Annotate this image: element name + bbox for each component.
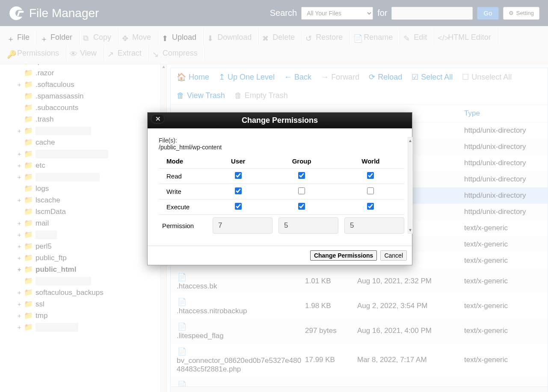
view-button[interactable]: 👁View <box>66 45 104 61</box>
permissions-button[interactable]: 🔑Permissions <box>3 45 66 61</box>
tree-item-label: .spamassassin <box>36 92 83 101</box>
file-button[interactable]: ＋File <box>3 30 37 45</box>
upload-button[interactable]: ⬆Upload <box>158 30 204 45</box>
rename-button[interactable]: 📄Rename <box>350 30 400 45</box>
folder-icon: 📁 <box>24 253 33 262</box>
execute-world-checkbox[interactable] <box>367 203 374 210</box>
tree-item[interactable]: +📁 <box>0 125 166 137</box>
tree-item[interactable]: +📁.pki <box>0 64 166 67</box>
permission-group-input[interactable] <box>278 217 338 234</box>
move-button[interactable]: ✥Move <box>118 30 158 45</box>
file-size: 297 bytes <box>305 327 357 335</box>
search-input[interactable] <box>391 7 473 20</box>
tree-item[interactable]: 📁cache <box>0 137 166 148</box>
up-one-level-button[interactable]: ↥Up One Level <box>219 72 275 82</box>
copy-button[interactable]: ⧉Copy <box>80 30 118 45</box>
tree-item[interactable]: +📁mail <box>0 217 166 229</box>
tree-toggle-icon[interactable]: + <box>17 220 21 227</box>
modal-close-button[interactable]: ✕ <box>151 114 165 124</box>
scroll-up-icon[interactable]: ▲ <box>408 137 412 144</box>
edit-button[interactable]: ✎Edit <box>400 30 434 45</box>
tree-item[interactable]: +📁lscache <box>0 194 166 206</box>
execute-group-checkbox[interactable] <box>298 203 305 210</box>
tree-item[interactable]: 📁.spamassassin <box>0 90 166 102</box>
tree-item[interactable]: +📁.softaculous <box>0 79 166 90</box>
tree-toggle-icon[interactable]: + <box>17 255 21 261</box>
restore-button[interactable]: ↺Restore <box>302 30 350 45</box>
horizontal-scrollbar[interactable] <box>171 386 548 392</box>
search-scope-select[interactable]: All Your Files <box>301 7 373 20</box>
tree-item[interactable]: +📁 <box>0 229 166 241</box>
download-button[interactable]: ⬇Download <box>204 30 259 45</box>
tree-toggle-icon[interactable]: + <box>17 128 21 134</box>
write-world-checkbox[interactable] <box>367 187 374 194</box>
tree-item[interactable]: 📁logs <box>0 183 166 194</box>
select-all-button[interactable]: ☑Select All <box>412 72 453 82</box>
file-row[interactable]: 📄.htaccess.bk1.01 KBAug 10, 2021, 2:32 P… <box>171 269 548 294</box>
tree-item[interactable]: +📁etc <box>0 160 166 171</box>
modal-scrollbar[interactable]: ▲ ▼ <box>408 137 413 234</box>
tree-toggle-icon[interactable]: + <box>17 312 21 319</box>
tree-item[interactable]: +📁softaculous_backups <box>0 287 166 298</box>
home-button[interactable]: 🏠Home <box>177 72 209 82</box>
htmleditor-button[interactable]: </>HTML Editor <box>434 30 498 45</box>
tree-toggle-icon[interactable]: + <box>17 232 21 238</box>
tree-toggle-icon[interactable]: + <box>17 151 21 157</box>
tree-item[interactable]: +📁 <box>0 171 166 183</box>
folder-button[interactable]: ＋Folder <box>37 30 80 45</box>
tree-toggle-icon[interactable]: + <box>17 197 21 204</box>
tree-item[interactable]: 📁 <box>0 275 166 287</box>
tree-toggle-icon[interactable]: + <box>17 324 21 331</box>
read-world-checkbox[interactable] <box>367 172 374 179</box>
change-permissions-button[interactable]: Change Permissions <box>310 250 377 261</box>
empty-trash-button[interactable]: 🗑Empty Trash <box>234 91 288 100</box>
tree-item-label: .subaccounts <box>36 104 78 112</box>
tree-toggle-icon[interactable]: + <box>17 174 21 181</box>
read-group-checkbox[interactable] <box>298 172 305 179</box>
permission-world-input[interactable] <box>344 217 404 234</box>
tree-toggle-icon[interactable]: + <box>17 81 21 88</box>
reload-button[interactable]: ⟳Reload <box>369 72 402 82</box>
file-row[interactable]: 📄bv_connector_08620ed0b7e5327e48048483c5… <box>171 343 548 377</box>
tree-toggle-icon[interactable]: + <box>17 266 21 273</box>
tree-item[interactable]: +📁perl5 <box>0 241 166 252</box>
settings-button[interactable]: ⚙ Setting <box>503 7 540 20</box>
execute-user-checkbox[interactable] <box>235 203 242 210</box>
up-label: Up One Level <box>228 73 275 82</box>
write-group-checkbox[interactable] <box>298 187 305 194</box>
cancel-button[interactable]: Cancel <box>380 250 407 261</box>
tree-item[interactable]: +📁 <box>0 321 166 333</box>
tree-item[interactable]: 📁.subaccounts <box>0 102 166 113</box>
tree-item[interactable]: +📁ssl <box>0 298 166 310</box>
tree-item[interactable]: +📁 <box>0 148 166 160</box>
forward-button[interactable]: →Forward <box>321 72 359 82</box>
tree-toggle-icon[interactable]: + <box>17 301 21 308</box>
file-row[interactable]: 📄.litespeed_flag297 bytesAug 16, 2021, 4… <box>171 318 548 343</box>
unselect-all-button[interactable]: ☐Unselect All <box>462 72 512 82</box>
extract-button[interactable]: ↗Extract <box>104 45 149 61</box>
search-go-button[interactable]: Go <box>477 7 498 20</box>
column-type[interactable]: Type <box>464 109 542 118</box>
tree-item[interactable]: 📁lscmData <box>0 206 166 217</box>
folder-icon: 📁 <box>24 68 33 77</box>
tree-item[interactable]: +📁tmp <box>0 310 166 321</box>
tree-item[interactable]: +📁public_html <box>0 264 166 275</box>
permission-user-input[interactable] <box>213 217 273 234</box>
file-row[interactable]: 📄bv_connector_fb251c518b29283ac0023f3d95… <box>171 377 548 386</box>
compress-button[interactable]: ↘Compress <box>149 45 205 61</box>
scroll-up-icon[interactable]: ▲ <box>161 64 166 69</box>
tree-toggle-icon[interactable]: + <box>17 289 21 296</box>
read-user-checkbox[interactable] <box>235 172 242 179</box>
file-row[interactable]: 📄.htaccess.nitrobackup1.98 KBAug 2, 2022… <box>171 294 548 318</box>
write-user-checkbox[interactable] <box>235 187 242 194</box>
tree-toggle-icon[interactable]: + <box>17 64 21 65</box>
scroll-down-icon[interactable]: ▼ <box>408 227 412 233</box>
tree-item[interactable]: +📁public_ftp <box>0 252 166 264</box>
tree-item[interactable]: 📁.razor <box>0 67 166 79</box>
tree-item[interactable]: 📁.trash <box>0 113 166 125</box>
tree-toggle-icon[interactable]: + <box>17 243 21 250</box>
delete-button[interactable]: ✖Delete <box>259 30 302 45</box>
tree-toggle-icon[interactable]: + <box>17 162 21 169</box>
back-button[interactable]: ←Back <box>284 72 311 82</box>
view-trash-button[interactable]: 🗑View Trash <box>177 91 225 100</box>
